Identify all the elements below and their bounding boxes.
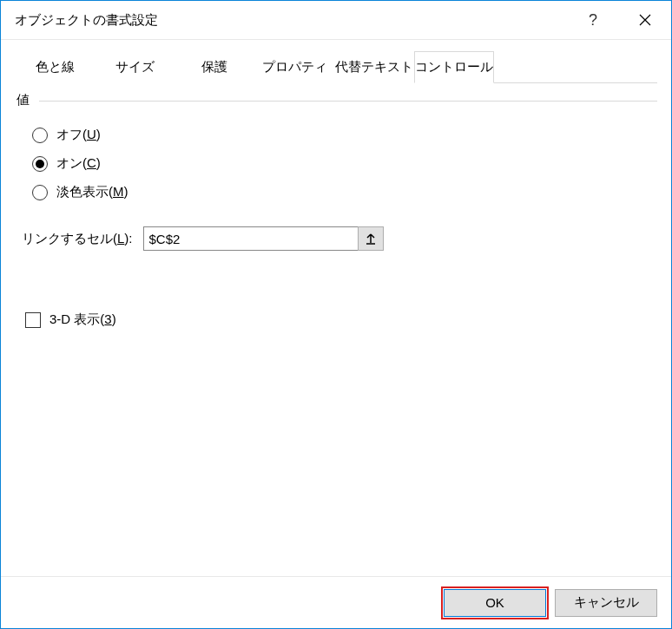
radio-off-label: オフ(U) (56, 127, 101, 143)
link-cell-input[interactable] (143, 226, 359, 251)
close-icon (639, 14, 651, 26)
tab-protection[interactable]: 保護 (175, 51, 254, 83)
close-button[interactable] (619, 1, 671, 40)
link-cell-input-wrap (143, 226, 384, 251)
checkbox-icon (25, 312, 41, 328)
window-title: オブジェクトの書式設定 (15, 12, 567, 29)
value-group: 値 オフ(U) オン(C) 淡色表示(M) リンクするセル(L): (15, 102, 657, 340)
tab-alt-text[interactable]: 代替テキスト (334, 51, 414, 83)
group-divider (39, 101, 657, 102)
value-group-label: 値 (16, 92, 33, 108)
dialog-buttons: OK キャンセル (1, 576, 671, 628)
checkbox-3d[interactable]: 3-D 表示(3) (25, 311, 650, 328)
checkbox-3d-label: 3-D 表示(3) (49, 311, 116, 328)
titlebar: オブジェクトの書式設定 ? (1, 1, 671, 40)
radio-on[interactable]: オン(C) (32, 155, 650, 172)
collapse-icon (366, 233, 376, 245)
link-cell-row: リンクするセル(L): (22, 226, 650, 251)
tab-properties[interactable]: プロパティ (254, 51, 334, 83)
radio-off[interactable]: オフ(U) (32, 127, 650, 143)
cancel-button[interactable]: キャンセル (555, 589, 657, 617)
radio-grayed-label: 淡色表示(M) (56, 184, 128, 200)
dialog-content: 色と線 サイズ 保護 プロパティ 代替テキスト コントロール 値 オフ(U) オ… (1, 40, 671, 576)
tab-strip: 色と線 サイズ 保護 プロパティ 代替テキスト コントロール (15, 50, 657, 83)
tab-size[interactable]: サイズ (95, 51, 175, 83)
collapse-dialog-button[interactable] (358, 226, 384, 251)
radio-icon (32, 156, 48, 172)
radio-icon (32, 128, 48, 143)
link-cell-label: リンクするセル(L): (22, 231, 133, 247)
tab-control[interactable]: コントロール (414, 51, 494, 83)
radio-icon (32, 185, 48, 200)
radio-on-label: オン(C) (56, 155, 101, 172)
radio-grayed[interactable]: 淡色表示(M) (32, 184, 650, 200)
help-button[interactable]: ? (567, 1, 619, 40)
tab-colors-lines[interactable]: 色と線 (15, 51, 95, 83)
ok-button[interactable]: OK (444, 589, 546, 617)
